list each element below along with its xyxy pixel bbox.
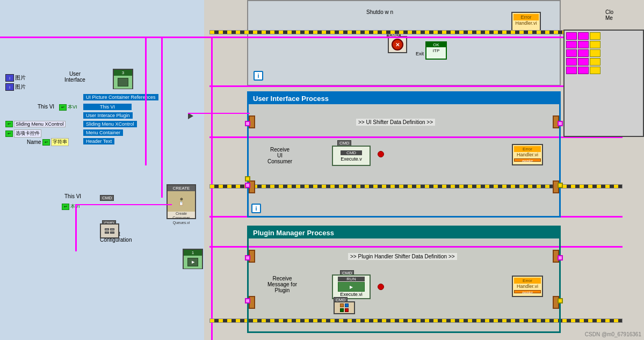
menu-container-label: Menu Container [83, 129, 123, 136]
header-text-label: Header Text [83, 138, 114, 144]
vi-node-top: 3 [113, 69, 133, 89]
user-interace-plugin-label: User Interace Plugin [83, 112, 133, 119]
ui-tunnel-left-2 [245, 183, 250, 188]
plugin-process-header: Plugin Manager Process [249, 227, 559, 238]
main-wire-top [0, 37, 644, 38]
plugin-cluster-icon [334, 301, 355, 314]
this-vi-ref-label-1: 本VI [68, 104, 77, 111]
plugin-tunnel-left-2 [245, 298, 250, 303]
menu-container-row: ↩ 选项卡控件 [5, 129, 41, 138]
user-interface-label: UserInterface [64, 71, 85, 83]
ui-process-header: User Interface Process [249, 93, 559, 104]
wire-h-create-consumer [75, 204, 172, 205]
this-vi-bottom-label: This VI [64, 193, 81, 199]
receive-plugin-text: ReceiveMessage forPlugin [267, 276, 297, 293]
diagram-canvas: Shutdo w n ✕ CMD OK ITP Exit Error Handl… [0, 0, 644, 340]
wire-h-159 [209, 85, 623, 87]
menu-container-icon: ↩ [5, 131, 13, 137]
sliding-menu-xcontrol-text: Sliding Menu XControl [14, 121, 66, 127]
ui-red-dot [378, 151, 384, 157]
ui-error-handler: Error Handler.vi awake [512, 144, 543, 165]
ui-tunnel-left-bot [245, 176, 250, 182]
get-config-icon-block [100, 223, 119, 238]
ui-tunnel-right-2 [558, 183, 563, 188]
plugin-tunnel-right-2 [558, 298, 563, 303]
name-icon: ↩ [42, 139, 50, 146]
vi-node-plugin: 1 ▶ [183, 249, 203, 269]
ui-process-container: User Interface Process >> UI Shifter Dat… [247, 91, 561, 218]
shutdown-process-container: Shutdo w n ✕ CMD OK ITP Exit Error Handl… [247, 0, 561, 86]
plugin-tunnel-left-1 [245, 255, 250, 261]
ui-tunnel-left-1 [245, 121, 250, 126]
plugin-error-handler: Error Handler.vi awake [512, 276, 543, 297]
hazard-wire-top [209, 30, 623, 34]
receive-ui-text: ReceiveUIConsumer [267, 147, 292, 164]
watermark: CSDN @m0_67916361 [585, 331, 641, 337]
name-ref-text: 字符串 [51, 138, 69, 146]
create-consumer-block: CREATE ⊕ 📋 CreateConsumerQueues.vi [167, 184, 196, 219]
left-panel-bg [0, 0, 204, 340]
plugin-red-dot [378, 284, 384, 290]
create-cmd-top-label: CMD [100, 195, 114, 201]
right-edge-complex-block [563, 30, 644, 137]
wire-h-left-connect [188, 113, 250, 114]
this-vi-icon-1: ↩ [59, 104, 67, 111]
plugin-execute-block: RUN ▶ Execute.vi [332, 274, 371, 299]
wire-v-270 [145, 37, 147, 165]
this-vi-row-1: This VI [38, 104, 54, 110]
this-vi-label-1: This VI [83, 104, 132, 110]
stop-cmd-block: ✕ [388, 36, 407, 53]
shutdown-info-icon: i [254, 71, 263, 81]
plugin-data-def-label: >> Plugin Handler Shifter Data Definitio… [348, 253, 457, 260]
img-icon-1: i [5, 74, 14, 82]
ui-picture-container-label: UI Picture Container References [83, 94, 158, 100]
sliding-menu-label: Sliding Menu XControl [83, 121, 137, 127]
name-header-row: Name ↩ 字符串 [27, 138, 69, 146]
ui-data-def-label: >> UI Shifter Data Definition >> [356, 119, 435, 126]
ok-block: OK ITP [425, 41, 447, 60]
this-vi-bottom-icon: ↩ [62, 204, 69, 210]
image-icon-row-2: i 图片 [5, 83, 26, 91]
menu-container-xcontrol-text: 选项卡控件 [14, 129, 41, 138]
plugin-tunnel-right-1 [558, 255, 563, 261]
img-label-1: 图片 [15, 74, 26, 82]
clo-me-label: CloMe [605, 9, 613, 21]
ui-execute-block: CMD Execute.v [332, 146, 371, 166]
img-icon-2: i [5, 83, 14, 91]
exit-label: Exit [416, 51, 424, 56]
shutdown-label: Shutdo w n [366, 9, 393, 15]
this-vi-ref-1: ↩ 本VI [59, 104, 77, 111]
plugin-process-container: Plugin Manager Process >> Plugin Handler… [247, 226, 561, 333]
sliding-menu-icon: ↩ [5, 121, 13, 127]
img-label-2: 图片 [15, 83, 26, 91]
image-icon-row-1: i 图片 [5, 74, 26, 82]
ui-info-icon: i [251, 204, 261, 213]
wire-v-300 [161, 37, 163, 198]
ui-tunnel-right-1 [558, 121, 563, 126]
sliding-menu-row: ↩ Sliding Menu XControl [5, 121, 66, 127]
wire-v-get-config [75, 204, 77, 251]
